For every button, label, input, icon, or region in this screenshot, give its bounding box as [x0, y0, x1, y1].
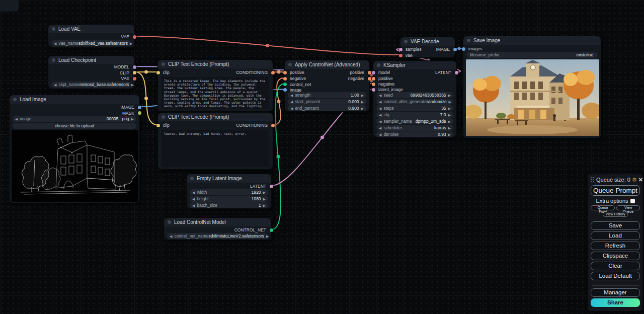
- output-slot-mask[interactable]: [138, 111, 141, 115]
- input-slot-images[interactable]: [462, 47, 465, 51]
- drag-handle-icon[interactable]: [591, 177, 594, 183]
- view-queue-button[interactable]: View Queue: [616, 205, 640, 210]
- share-button[interactable]: Share: [591, 298, 640, 307]
- increment-icon[interactable]: [361, 93, 364, 98]
- increment-icon[interactable]: [263, 190, 266, 195]
- increment-icon[interactable]: [263, 196, 266, 201]
- node-titlebar[interactable]: CLIP Text Encode (Prompt): [158, 60, 273, 68]
- output-slot-model[interactable]: [133, 65, 136, 69]
- node-titlebar[interactable]: Load Checkpoint: [48, 56, 134, 64]
- decrement-icon[interactable]: [379, 93, 381, 98]
- collapse-dot-icon[interactable]: [162, 115, 165, 119]
- sampler-name-widget[interactable]: sampler_namedpmpp_2m_sde: [376, 118, 453, 124]
- decrement-icon[interactable]: [54, 82, 56, 87]
- input-slot-samples[interactable]: [399, 48, 403, 51]
- collapse-dot-icon[interactable]: [168, 220, 171, 224]
- input-slot-negative[interactable]: [283, 77, 287, 81]
- increment-icon[interactable]: [448, 125, 451, 130]
- increment-icon[interactable]: [131, 82, 134, 87]
- node-load-vae[interactable]: Load VAE VAE vae_name sdxlfixed_vae.safe…: [48, 24, 135, 48]
- decrement-icon[interactable]: [290, 106, 293, 111]
- input-slot-vae[interactable]: [399, 54, 403, 57]
- input-slot-positive[interactable]: [283, 71, 287, 74]
- output-slot-conditioning[interactable]: [271, 71, 275, 74]
- view-history-button[interactable]: View History: [603, 212, 628, 217]
- prompt-textarea[interactable]: This is a rendered image. The key elemen…: [162, 77, 269, 109]
- settings-gear-icon[interactable]: ⚙: [632, 177, 637, 183]
- output-slot-vae[interactable]: [133, 35, 136, 39]
- node-clip-text-encode-negative[interactable]: CLIP Text Encode (Prompt) clip CONDITION…: [157, 112, 273, 170]
- increment-icon[interactable]: [130, 41, 132, 46]
- node-ksampler[interactable]: KSampler model LATENT positive negative …: [373, 60, 457, 137]
- increment-icon[interactable]: [263, 203, 266, 208]
- node-vae-decode[interactable]: VAE Decode samples IMAGE vae: [400, 37, 455, 58]
- input-slot-control-net[interactable]: [283, 83, 287, 86]
- node-empty-latent-image[interactable]: Empty Latent Image LATENT width1920 heig…: [186, 174, 272, 209]
- scheduler-widget[interactable]: schedulerkarras: [376, 125, 453, 131]
- output-slot-clip[interactable]: [133, 71, 136, 74]
- input-slot-positive[interactable]: [372, 77, 375, 81]
- collapse-dot-icon[interactable]: [404, 40, 408, 43]
- node-apply-controlnet[interactable]: Apply ControlNet (Advanced) positive pos…: [284, 60, 370, 112]
- node-titlebar[interactable]: CLIP Text Encode (Prompt): [158, 113, 273, 121]
- input-slot-clip[interactable]: [156, 71, 160, 74]
- queue-front-button[interactable]: Queue Front: [591, 205, 615, 210]
- graph-canvas[interactable]: Load VAE VAE vae_name sdxlfixed_vae.safe…: [0, 0, 644, 314]
- image-file-widget[interactable]: image 00005_.png: [13, 116, 136, 122]
- load-button[interactable]: Load: [591, 231, 640, 240]
- output-slot-latent[interactable]: [270, 185, 273, 188]
- decrement-icon[interactable]: [379, 112, 381, 117]
- control-after-generate-widget[interactable]: control_after_generaterandomize: [376, 99, 453, 105]
- collapse-dot-icon[interactable]: [162, 62, 165, 66]
- output-slot-control-net[interactable]: [270, 228, 273, 232]
- steps-widget[interactable]: steps35: [376, 105, 453, 111]
- decrement-icon[interactable]: [192, 196, 195, 201]
- offscreen-node[interactable]: [0, 0, 19, 12]
- input-slot-clip[interactable]: [156, 124, 160, 127]
- input-slot-model[interactable]: [372, 71, 375, 74]
- decrement-icon[interactable]: [290, 93, 293, 98]
- output-slot-vae[interactable]: [133, 77, 136, 81]
- decrement-icon[interactable]: [54, 41, 56, 46]
- node-titlebar[interactable]: Save Image: [463, 36, 601, 45]
- node-titlebar[interactable]: Empty Latent Image: [187, 174, 271, 183]
- decrement-icon[interactable]: [170, 233, 172, 239]
- cfg-widget[interactable]: cfg7.0: [376, 112, 453, 118]
- node-titlebar[interactable]: Load ControlNet Model: [164, 218, 271, 226]
- clear-button[interactable]: Clear: [591, 262, 640, 270]
- increment-icon[interactable]: [448, 93, 451, 98]
- increment-icon[interactable]: [361, 99, 364, 104]
- collapse-dot-icon[interactable]: [377, 63, 380, 67]
- decrement-icon[interactable]: [379, 132, 381, 137]
- decrement-icon[interactable]: [15, 116, 18, 121]
- node-titlebar[interactable]: KSampler: [373, 61, 456, 69]
- increment-icon[interactable]: [448, 119, 451, 124]
- refresh-button[interactable]: Refresh: [591, 242, 640, 250]
- increment-icon[interactable]: [449, 99, 451, 104]
- clipspace-button[interactable]: Clipspace: [591, 252, 640, 260]
- queue-prompt-button[interactable]: Queue Prompt: [591, 185, 640, 196]
- collapse-dot-icon[interactable]: [52, 27, 55, 31]
- extra-options-checkbox[interactable]: [630, 199, 635, 203]
- decrement-icon[interactable]: [192, 190, 195, 195]
- vae-name-widget[interactable]: vae_name sdxlfixed_vae.safetensors: [51, 40, 131, 46]
- collapse-dot-icon[interactable]: [288, 63, 292, 66]
- input-slot-latent-image[interactable]: [372, 88, 375, 92]
- manager-button[interactable]: Manager: [591, 288, 640, 297]
- decrement-icon[interactable]: [379, 119, 381, 124]
- strength-widget[interactable]: strength 1.00: [288, 92, 366, 98]
- decrement-icon[interactable]: [379, 99, 381, 104]
- decrement-icon[interactable]: [379, 106, 381, 111]
- start-percent-widget[interactable]: start_percent 0.000: [288, 99, 366, 105]
- node-save-image[interactable]: Save Image images filename_prefix mistol…: [463, 36, 601, 138]
- seed-widget[interactable]: seed699824630538365: [376, 92, 453, 98]
- output-slot-image[interactable]: [138, 106, 141, 109]
- collapse-dot-icon[interactable]: [190, 177, 194, 180]
- collapse-dot-icon[interactable]: [52, 58, 55, 62]
- load-default-button[interactable]: Load Default: [591, 272, 640, 280]
- decrement-icon[interactable]: [290, 99, 293, 104]
- collapse-dot-icon[interactable]: [467, 39, 470, 42]
- node-titlebar[interactable]: Load VAE: [48, 25, 134, 33]
- node-titlebar[interactable]: Apply ControlNet (Advanced): [285, 60, 369, 69]
- output-slot-negative[interactable]: [368, 77, 371, 81]
